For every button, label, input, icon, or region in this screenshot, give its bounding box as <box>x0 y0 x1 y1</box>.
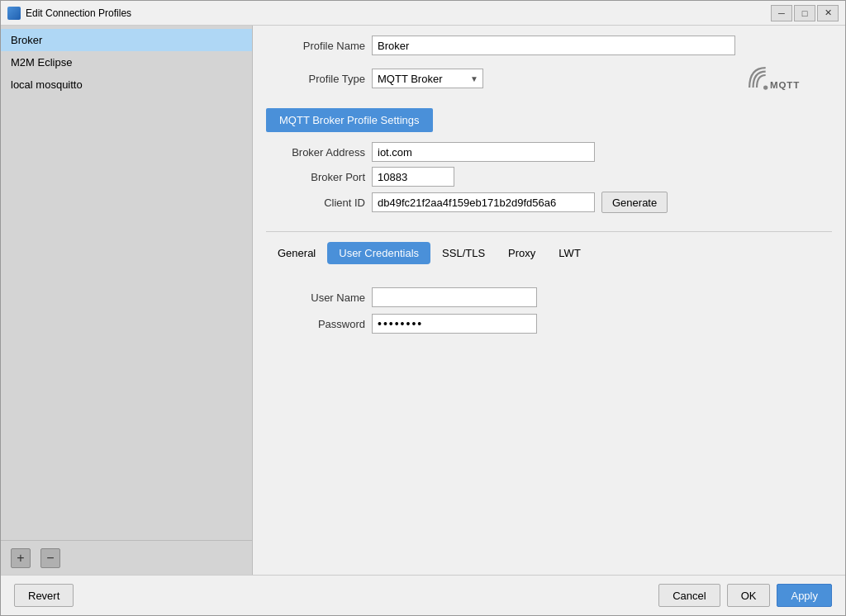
sidebar: Broker M2M Eclipse local mosquitto + − <box>1 26 253 575</box>
profile-type-dropdown-wrap: MQTT Broker MQTT Subscriber MQTT Publish… <box>372 69 483 88</box>
profile-name-input[interactable] <box>372 36 735 55</box>
sidebar-item-m2m-label: M2M Eclipse <box>11 56 72 69</box>
password-row: Password <box>266 314 832 334</box>
svg-point-0 <box>763 85 768 89</box>
cancel-button[interactable]: Cancel <box>658 584 720 607</box>
credentials-section: User Name Password <box>266 281 832 347</box>
main-panel: Profile Name Profile Type MQTT Broker MQ… <box>253 26 845 575</box>
password-input[interactable] <box>372 314 537 334</box>
minimize-button[interactable]: ─ <box>771 5 792 21</box>
window-controls: ─ □ ✕ <box>771 5 839 21</box>
apply-button[interactable]: Apply <box>777 584 832 607</box>
username-input[interactable] <box>372 287 537 307</box>
mqtt-logo: MQTT <box>744 62 832 95</box>
sidebar-item-m2m[interactable]: M2M Eclipse <box>1 51 252 73</box>
broker-port-row: Broker Port <box>266 167 832 187</box>
section-settings-button[interactable]: MQTT Broker Profile Settings <box>266 108 433 132</box>
content-area: Broker M2M Eclipse local mosquitto + − P… <box>1 26 845 575</box>
sidebar-item-broker-label: Broker <box>11 34 42 46</box>
tab-lwt[interactable]: LWT <box>547 242 592 264</box>
broker-clientid-input[interactable] <box>372 192 595 212</box>
add-profile-button[interactable]: + <box>11 548 31 568</box>
username-label: User Name <box>266 291 365 304</box>
remove-profile-button[interactable]: − <box>40 548 60 568</box>
tab-general[interactable]: General <box>266 242 327 264</box>
broker-port-label: Broker Port <box>266 171 365 183</box>
profile-name-label: Profile Name <box>266 40 365 52</box>
tab-proxy[interactable]: Proxy <box>497 242 547 264</box>
sidebar-item-local[interactable]: local mosquitto <box>1 73 252 96</box>
window-title: Edit Connection Profiles <box>26 7 771 19</box>
tabs-row: General User Credentials SSL/TLS Proxy L… <box>266 239 832 268</box>
sidebar-footer: + − <box>1 540 252 575</box>
section-button-row: MQTT Broker Profile Settings <box>266 102 832 142</box>
footer: Revert Cancel OK Apply <box>1 575 845 615</box>
profile-list: Broker M2M Eclipse local mosquitto <box>1 26 252 540</box>
ok-button[interactable]: OK <box>727 584 771 607</box>
broker-settings: Broker Address Broker Port Client ID Gen… <box>266 142 832 218</box>
titlebar: Edit Connection Profiles ─ □ ✕ <box>1 1 845 26</box>
profile-type-select[interactable]: MQTT Broker MQTT Subscriber MQTT Publish… <box>372 69 483 88</box>
broker-address-input[interactable] <box>372 142 595 162</box>
profile-name-row: Profile Name <box>266 36 832 55</box>
window: Edit Connection Profiles ─ □ ✕ Broker M2… <box>0 0 846 616</box>
app-icon <box>7 7 21 20</box>
revert-button[interactable]: Revert <box>14 584 74 607</box>
generate-button[interactable]: Generate <box>601 192 668 213</box>
mqtt-logo-svg: MQTT <box>744 62 832 95</box>
svg-text:MQTT: MQTT <box>770 80 800 90</box>
tab-user-credentials[interactable]: User Credentials <box>327 242 430 264</box>
broker-address-label: Broker Address <box>266 146 365 159</box>
broker-clientid-label: Client ID <box>266 197 365 209</box>
broker-port-input[interactable] <box>372 167 454 187</box>
profile-type-row: Profile Type MQTT Broker MQTT Subscriber… <box>266 62 832 95</box>
broker-clientid-row: Client ID Generate <box>266 192 832 213</box>
sidebar-item-local-label: local mosquitto <box>11 78 83 91</box>
broker-address-row: Broker Address <box>266 142 832 162</box>
divider <box>266 231 832 232</box>
profile-type-label: Profile Type <box>266 73 365 85</box>
close-button[interactable]: ✕ <box>817 5 839 21</box>
username-row: User Name <box>266 287 832 307</box>
restore-button[interactable]: □ <box>794 5 815 21</box>
sidebar-item-broker[interactable]: Broker <box>1 29 252 51</box>
tab-ssl-tls[interactable]: SSL/TLS <box>430 242 497 264</box>
password-label: Password <box>266 318 365 330</box>
